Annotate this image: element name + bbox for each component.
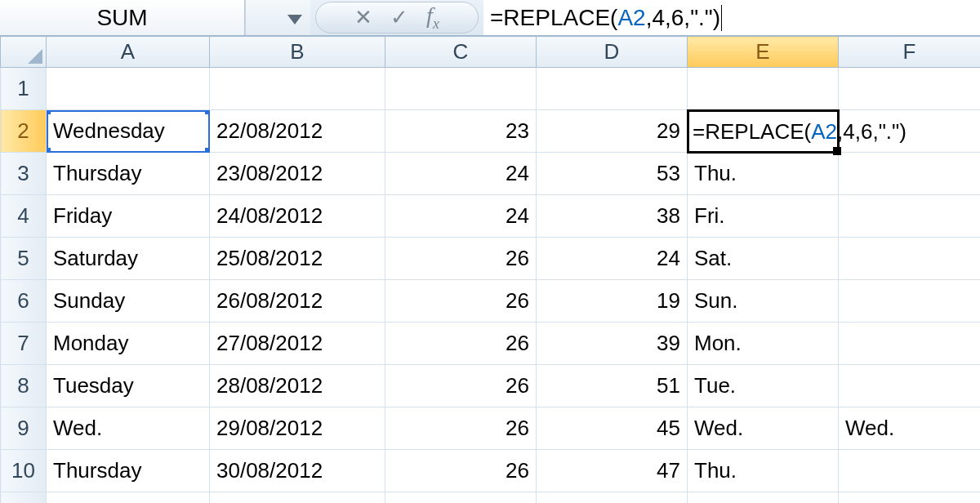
row-1: 1 — [1, 68, 981, 110]
cell-B1[interactable] — [210, 68, 385, 110]
row-5: 5 Saturday 25/08/2012 26 24 Sat. — [1, 238, 981, 280]
cell-E8[interactable]: Tue. — [688, 365, 839, 407]
cell-F9[interactable]: Wed. — [839, 407, 981, 450]
row-header-1[interactable]: 1 — [1, 68, 47, 110]
col-header-C[interactable]: C — [385, 37, 537, 68]
cell-D4[interactable]: 38 — [537, 195, 688, 238]
cell-E7[interactable]: Mon. — [688, 323, 839, 365]
cell-C11[interactable]: 26 — [385, 492, 537, 504]
cell-B6[interactable]: 26/08/2012 — [210, 280, 385, 323]
cell-A6[interactable]: Sunday — [47, 280, 210, 323]
col-header-E[interactable]: E — [688, 37, 839, 68]
cell-B7[interactable]: 27/08/2012 — [210, 323, 385, 365]
cell-D1[interactable] — [537, 68, 688, 110]
cell-A9[interactable]: Wed. — [47, 407, 210, 450]
cell-F1[interactable] — [839, 68, 981, 110]
fx-icon[interactable]: fx — [426, 2, 439, 33]
cell-E2[interactable]: =REPLACE(A2,4,6,".") — [688, 110, 839, 153]
name-box-dropdown[interactable] — [245, 0, 310, 35]
cancel-icon[interactable]: ✕ — [354, 5, 372, 30]
row-header-11[interactable]: 11 — [1, 492, 47, 504]
cell-C6[interactable]: 26 — [385, 280, 537, 323]
row-header-5[interactable]: 5 — [1, 238, 47, 280]
cell-D6[interactable]: 19 — [537, 280, 688, 323]
row-header-3[interactable]: 3 — [1, 153, 47, 195]
cell-A8[interactable]: Tuesday — [47, 365, 210, 407]
cell-D8[interactable]: 51 — [537, 365, 688, 407]
select-all-corner[interactable] — [1, 37, 47, 68]
cell-D9[interactable]: 45 — [537, 407, 688, 450]
cell-F11[interactable] — [839, 492, 981, 504]
enter-icon[interactable]: ✓ — [390, 5, 408, 30]
row-6: 6 Sunday 26/08/2012 26 19 Sun. — [1, 280, 981, 323]
cell-F4[interactable] — [839, 195, 981, 238]
row-11: 11 Friday 31/08/2012 26 40 Fri. — [1, 492, 981, 504]
cell-C1[interactable] — [385, 68, 537, 110]
row-header-10[interactable]: 10 — [1, 450, 47, 492]
cell-F5[interactable] — [839, 238, 981, 280]
col-header-D[interactable]: D — [537, 37, 688, 68]
formula-input[interactable]: =REPLACE(A2,4,6,".") — [483, 0, 980, 35]
cell-C2[interactable]: 23 — [385, 110, 537, 153]
cell-A3[interactable]: Thursday — [47, 153, 210, 195]
cell-A1[interactable] — [47, 68, 210, 110]
cell-B11[interactable]: 31/08/2012 — [210, 492, 385, 504]
cell-A5[interactable]: Saturday — [47, 238, 210, 280]
row-header-7[interactable]: 7 — [1, 323, 47, 365]
cell-B4[interactable]: 24/08/2012 — [210, 195, 385, 238]
name-box[interactable]: SUM — [0, 0, 244, 35]
formula-prefix: =REPLACE( — [490, 5, 617, 31]
cell-C9[interactable]: 26 — [385, 407, 537, 450]
cell-D10[interactable]: 47 — [537, 450, 688, 492]
formula-suffix: ,4,6,".") — [646, 5, 720, 31]
row-header-2[interactable]: 2 — [1, 110, 47, 153]
cell-C8[interactable]: 26 — [385, 365, 537, 407]
cell-C10[interactable]: 26 — [385, 450, 537, 492]
cell-C4[interactable]: 24 — [385, 195, 537, 238]
cell-B3[interactable]: 23/08/2012 — [210, 153, 385, 195]
formula-bar: SUM ✕ ✓ fx =REPLACE(A2,4,6,".") — [0, 0, 980, 36]
cell-B2[interactable]: 22/08/2012 — [210, 110, 385, 153]
cell-D3[interactable]: 53 — [537, 153, 688, 195]
cell-C5[interactable]: 26 — [385, 238, 537, 280]
cell-D5[interactable]: 24 — [537, 238, 688, 280]
row-header-6[interactable]: 6 — [1, 280, 47, 323]
row-8: 8 Tuesday 28/08/2012 26 51 Tue. — [1, 365, 981, 407]
name-box-container: SUM — [0, 0, 245, 35]
row-header-8[interactable]: 8 — [1, 365, 47, 407]
cell-F7[interactable] — [839, 323, 981, 365]
cell-A2[interactable]: Wednesday — [47, 110, 210, 153]
col-header-A[interactable]: A — [47, 37, 210, 68]
cell-B8[interactable]: 28/08/2012 — [210, 365, 385, 407]
cell-A7[interactable]: Monday — [47, 323, 210, 365]
cell-E5[interactable]: Sat. — [688, 238, 839, 280]
cell-B10[interactable]: 30/08/2012 — [210, 450, 385, 492]
cell-B5[interactable]: 25/08/2012 — [210, 238, 385, 280]
col-header-B[interactable]: B — [210, 37, 385, 68]
cell-E10[interactable]: Thu. — [688, 450, 839, 492]
cell-E4[interactable]: Fri. — [688, 195, 839, 238]
col-header-F[interactable]: F — [839, 37, 981, 68]
cell-F8[interactable] — [839, 365, 981, 407]
cell-A4[interactable]: Friday — [47, 195, 210, 238]
row-header-4[interactable]: 4 — [1, 195, 47, 238]
cell-A10[interactable]: Thursday — [47, 450, 210, 492]
cell-E1[interactable] — [688, 68, 839, 110]
cell-E9[interactable]: Wed. — [688, 407, 839, 450]
cell-E11[interactable]: Fri. — [688, 492, 839, 504]
cell-F6[interactable] — [839, 280, 981, 323]
row-header-9[interactable]: 9 — [1, 407, 47, 450]
cell-E3[interactable]: Thu. — [688, 153, 839, 195]
cell-F10[interactable] — [839, 450, 981, 492]
cell-D7[interactable]: 39 — [537, 323, 688, 365]
cell-C7[interactable]: 26 — [385, 323, 537, 365]
cell-F3[interactable] — [839, 153, 981, 195]
cell-C3[interactable]: 24 — [385, 153, 537, 195]
cell-D11[interactable]: 40 — [537, 492, 688, 504]
formula-bar-buttons: ✕ ✓ fx — [315, 2, 479, 33]
cell-D2[interactable]: 29 — [537, 110, 688, 153]
cell-E6[interactable]: Sun. — [688, 280, 839, 323]
cell-A11[interactable]: Friday — [47, 492, 210, 504]
cell-B9[interactable]: 29/08/2012 — [210, 407, 385, 450]
spreadsheet-grid[interactable]: A B C D E F 1 2 Wednesday 22/08/2012 23 … — [0, 36, 980, 503]
